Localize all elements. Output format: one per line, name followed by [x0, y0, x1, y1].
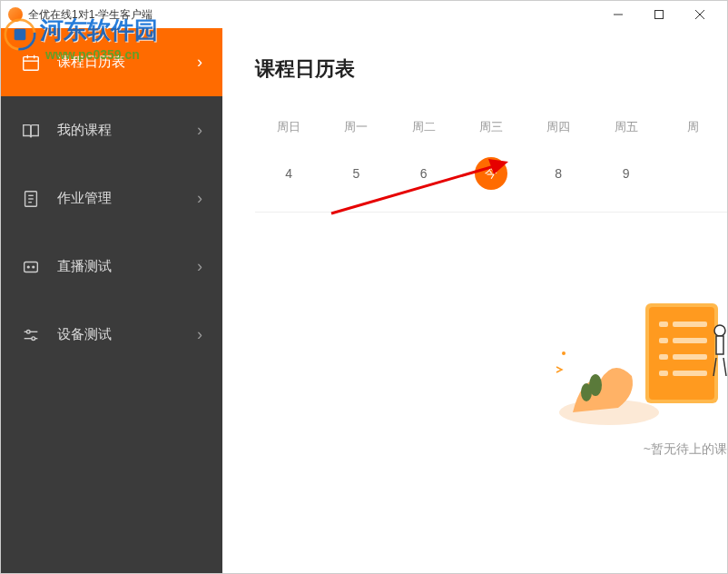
svg-rect-26	[649, 307, 714, 400]
svg-rect-1	[654, 11, 663, 19]
book-icon	[21, 121, 41, 141]
app-icon	[8, 7, 23, 22]
svg-rect-30	[673, 338, 707, 343]
day-name: 周三	[457, 119, 525, 135]
day-column[interactable]: 周一 5	[322, 119, 389, 193]
svg-rect-4	[24, 56, 39, 70]
svg-rect-31	[659, 354, 668, 360]
day-number: 5	[339, 157, 372, 190]
day-column[interactable]: 周日 4	[255, 119, 322, 193]
sidebar-item-calendar[interactable]: 课程日历表 ›	[1, 28, 222, 96]
svg-rect-29	[659, 338, 668, 343]
svg-line-38	[723, 358, 726, 376]
day-number-today: 今	[475, 157, 507, 190]
svg-rect-15	[25, 262, 38, 272]
day-column[interactable]: 周五 9	[592, 119, 659, 193]
chevron-right-icon: ›	[197, 325, 202, 344]
window-title: 全优在线1对1-学生客户端	[28, 7, 597, 23]
sidebar-item-homework[interactable]: 作业管理 ›	[1, 164, 222, 233]
chevron-right-icon: ›	[197, 257, 202, 276]
day-number	[677, 157, 710, 190]
sidebar-item-label: 作业管理	[57, 190, 197, 207]
sidebar-item-label: 设备测试	[57, 326, 197, 343]
empty-illustration	[546, 276, 727, 430]
minimize-button[interactable]	[597, 2, 638, 27]
sidebar-item-label: 课程日历表	[57, 54, 197, 71]
sidebar-item-label: 我的课程	[57, 122, 197, 139]
document-icon	[21, 189, 41, 209]
chevron-right-icon: ›	[197, 121, 202, 140]
day-number: 9	[610, 157, 643, 190]
svg-point-17	[33, 266, 34, 268]
day-column[interactable]: 周四 8	[525, 119, 592, 193]
sidebar-item-devicetest[interactable]: 设备测试 ›	[1, 301, 222, 369]
sidebar: 课程日历表 › 我的课程 › 作业管理 › 直	[1, 28, 222, 573]
svg-rect-33	[659, 371, 668, 376]
main-content: 课程日历表 周日 4 周一 5 周二 6 周三 今	[222, 28, 727, 573]
sidebar-item-livetest[interactable]: 直播测试 ›	[1, 233, 222, 301]
sidebar-item-courses[interactable]: 我的课程 ›	[1, 96, 222, 164]
svg-point-21	[32, 336, 35, 340]
chevron-right-icon: ›	[197, 53, 202, 72]
svg-rect-28	[673, 322, 707, 327]
day-number: 8	[542, 157, 575, 190]
svg-point-16	[27, 266, 29, 268]
calendar-icon	[21, 53, 41, 73]
day-name: 周	[660, 119, 727, 135]
day-number: 4	[272, 157, 305, 190]
empty-state-text: ~暂无待上的课	[644, 441, 727, 458]
live-icon	[21, 257, 41, 277]
empty-state: ~暂无待上的课	[255, 276, 727, 458]
svg-point-39	[562, 351, 566, 355]
svg-point-19	[26, 330, 30, 333]
day-name: 周五	[592, 119, 659, 135]
day-name: 周四	[525, 119, 592, 135]
svg-point-24	[589, 374, 602, 396]
day-name: 周日	[255, 119, 322, 135]
day-column[interactable]: 周二 6	[390, 119, 457, 193]
svg-rect-27	[659, 322, 668, 327]
settings-icon	[21, 325, 41, 345]
day-number: 6	[408, 157, 440, 190]
chevron-right-icon: ›	[197, 189, 202, 208]
sidebar-item-label: 直播测试	[57, 258, 197, 275]
svg-rect-32	[673, 354, 707, 360]
maximize-button[interactable]	[638, 2, 679, 27]
divider	[255, 212, 727, 213]
day-column-today[interactable]: 周三 今	[457, 119, 525, 193]
titlebar: 全优在线1对1-学生客户端	[1, 1, 727, 28]
svg-rect-36	[716, 336, 723, 354]
close-button[interactable]	[679, 2, 720, 27]
svg-rect-34	[673, 371, 707, 376]
day-name: 周二	[390, 119, 457, 135]
page-title: 课程日历表	[255, 55, 727, 83]
day-name: 周一	[322, 119, 389, 135]
calendar-week-header: 周日 4 周一 5 周二 6 周三 今 周四 8	[255, 119, 727, 193]
day-column[interactable]: 周	[660, 119, 727, 193]
svg-point-35	[714, 325, 725, 336]
